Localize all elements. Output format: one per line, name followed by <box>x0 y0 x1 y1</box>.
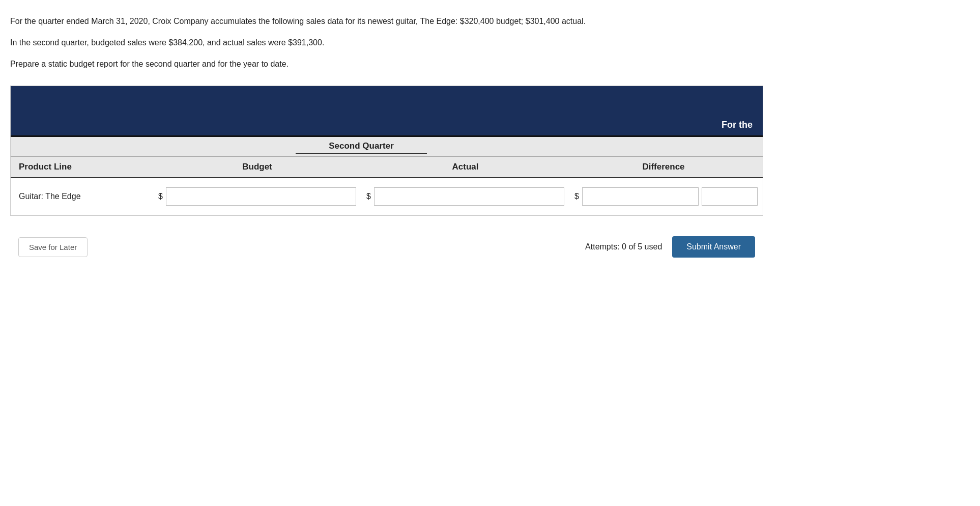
budget-input[interactable] <box>166 187 356 206</box>
footer-row: Save for Later Attempts: 0 of 5 used Sub… <box>10 226 763 268</box>
difference-dollar-sign: $ <box>574 192 579 201</box>
column-headers-row: Product Line Budget Actual Difference <box>11 157 763 178</box>
col-header-difference: Difference <box>569 162 763 172</box>
difference-dollar-input[interactable] <box>582 187 699 206</box>
second-quarter-label: Second Quarter <box>296 141 427 154</box>
for-the-label: For the <box>722 120 753 130</box>
intro-paragraph-2: In the second quarter, budgeted sales we… <box>10 37 763 49</box>
actual-input-group: $ <box>361 187 569 206</box>
attempts-text: Attempts: 0 of 5 used <box>585 242 662 251</box>
budget-input-group: $ <box>153 187 361 206</box>
difference-label-input[interactable] <box>702 187 758 206</box>
difference-group: $ <box>569 187 763 206</box>
intro-paragraph-1: For the quarter ended March 31, 2020, Cr… <box>10 15 763 27</box>
submit-answer-button[interactable]: Submit Answer <box>672 236 755 258</box>
intro-paragraph-3: Prepare a static budget report for the s… <box>10 58 763 70</box>
col-header-product-line: Product Line <box>11 162 153 172</box>
static-budget-table: For the Second Quarter Product Line Budg… <box>10 86 763 216</box>
budget-dollar-sign: $ <box>158 192 163 201</box>
table-row: Guitar: The Edge $ $ $ <box>11 178 763 215</box>
save-later-button[interactable]: Save for Later <box>18 237 88 257</box>
product-name-cell: Guitar: The Edge <box>11 192 153 201</box>
col-header-budget: Budget <box>153 162 361 172</box>
table-dark-header: For the <box>11 86 763 137</box>
subheader-row: Second Quarter <box>11 137 763 157</box>
actual-input[interactable] <box>374 187 564 206</box>
actual-dollar-sign: $ <box>366 192 371 201</box>
col-header-actual: Actual <box>361 162 569 172</box>
attempts-submit-area: Attempts: 0 of 5 used Submit Answer <box>585 236 755 258</box>
